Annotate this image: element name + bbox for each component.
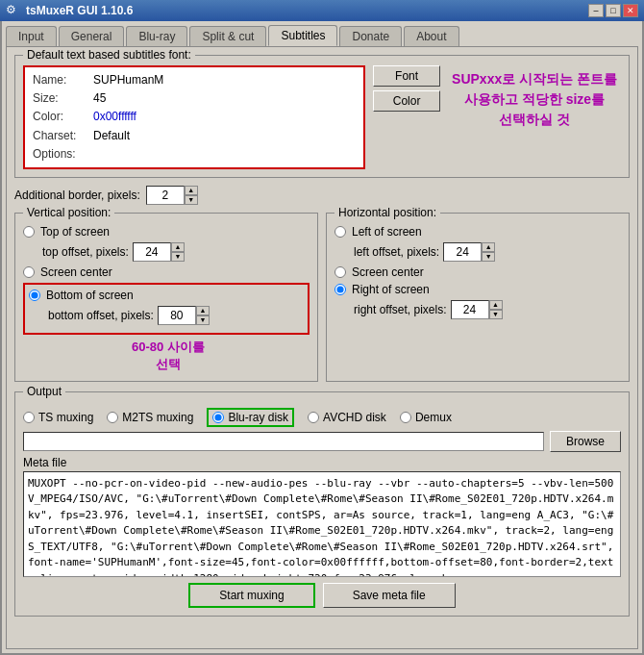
font-section: Name: SUPHumanM Size: 45 Color: 0x00ffff… [23,65,621,169]
right-offset-down[interactable]: ▼ [489,310,503,319]
bottom-offset-down[interactable]: ▼ [196,315,210,325]
m2ts-muxing-label: M2TS muxing [122,411,193,424]
tab-bluray[interactable]: Blu-ray [126,26,187,46]
annotation-60-80: 60-80 사이를선택 [132,339,205,373]
bluray-disk-selected[interactable]: Blu-ray disk [207,408,294,427]
right-of-screen-label: Right of screen [352,283,430,296]
border-up-arrow[interactable]: ▲ [185,186,198,195]
left-offset-value[interactable]: 24 [443,242,482,262]
charset-value: Default [93,127,130,145]
top-of-screen-label: Top of screen [40,225,110,239]
main-window: Input General Blu-ray Split & cut Subtit… [0,21,644,655]
screen-center-v-label: Screen center [40,265,112,279]
font-buttons: Font Color [373,65,440,112]
tab-subtitles[interactable]: Subtitles [268,25,337,46]
avchd-disk-radio[interactable] [308,412,319,423]
color-label: Color: [33,108,86,126]
border-down-arrow[interactable]: ▼ [185,195,198,205]
output-radio-row: TS muxing M2TS muxing Blu-ray disk AVCHD… [23,408,621,427]
bottom-offset-spinner[interactable]: 80 ▲ ▼ [158,306,210,325]
output-section: Output TS muxing M2TS muxing Blu-ray dis… [14,391,630,617]
border-row: Additional border, pixels: 2 ▲ ▼ [14,184,630,207]
meta-label: Meta file [23,456,621,469]
font-group-title: Default text based subtitles font: [23,48,195,62]
size-label: Size: [33,89,86,108]
bottom-of-screen-label: Bottom of screen [46,289,134,302]
horizontal-position-title: Horizontal position: [334,206,440,219]
vertical-position-group: Vertical position: Top of screen top off… [14,213,318,382]
minimize-button[interactable]: – [588,4,604,17]
path-row: G:\#uTorrent\#Down Complete\#Rome\#Seaso… [23,431,621,452]
avchd-disk-label: AVCHD disk [323,411,386,424]
ts-muxing-label: TS muxing [38,411,93,424]
top-offset-up[interactable]: ▲ [171,242,185,252]
font-info-box: Name: SUPHumanM Size: 45 Color: 0x00ffff… [23,65,365,169]
right-offset-up[interactable]: ▲ [489,300,503,310]
bottom-buttons: Start muxing Save meta file [23,583,621,608]
border-spinner[interactable]: 2 ▲ ▼ [146,186,198,205]
screen-center-h-radio[interactable] [334,266,346,278]
left-offset-up[interactable]: ▲ [482,242,495,252]
bluray-disk-label: Blu-ray disk [228,411,288,424]
maximize-button[interactable]: □ [606,4,621,17]
font-group: Default text based subtitles font: Name:… [14,55,630,178]
demux-option[interactable]: Demux [400,411,452,424]
top-offset-value[interactable]: 24 [133,242,171,262]
close-button[interactable]: ✕ [623,4,638,17]
left-offset-down[interactable]: ▼ [482,252,495,262]
output-title: Output [23,385,65,398]
options-label: Options: [33,145,86,164]
right-offset-spinner[interactable]: 24 ▲ ▼ [451,300,503,319]
path-input[interactable]: G:\#uTorrent\#Down Complete\#Rome\#Seaso… [23,432,544,451]
name-label: Name: [33,71,86,89]
vertical-position-title: Vertical position: [23,206,114,219]
left-offset-spinner[interactable]: 24 ▲ ▼ [443,242,495,262]
positions-row: Vertical position: Top of screen top off… [14,213,630,382]
left-of-screen-radio[interactable] [334,226,346,238]
border-label: Additional border, pixels: [14,189,140,202]
demux-radio[interactable] [400,412,411,423]
top-offset-spinner[interactable]: 24 ▲ ▼ [133,242,185,262]
tab-donate[interactable]: Donate [339,26,402,46]
bottom-screen-highlight: Bottom of screen bottom offset, pixels: … [23,283,310,335]
ts-muxing-option[interactable]: TS muxing [23,411,93,424]
start-muxing-button[interactable]: Start muxing [188,583,314,608]
font-button[interactable]: Font [373,65,440,87]
title-bar: ⚙ tsMuxeR GUI 1.10.6 – □ ✕ [0,0,644,21]
app-title: tsMuxeR GUI 1.10.6 [26,4,133,17]
bluray-disk-radio[interactable] [212,412,224,423]
avchd-disk-option[interactable]: AVCHD disk [308,411,386,424]
tab-general[interactable]: General [59,26,125,46]
tab-bar: Input General Blu-ray Split & cut Subtit… [2,21,642,46]
m2ts-muxing-option[interactable]: M2TS muxing [107,411,193,424]
tab-input[interactable]: Input [6,26,57,46]
app-icon: ⚙ [6,3,21,18]
name-value: SUPHumanM [93,71,163,89]
top-offset-row: top offset, pixels: 24 ▲ ▼ [42,242,310,262]
left-offset-label: left offset, pixels: [354,245,439,259]
left-offset-row: left offset, pixels: 24 ▲ ▼ [354,242,621,262]
tab-splitcut[interactable]: Split & cut [189,26,266,46]
ts-muxing-radio[interactable] [23,412,35,423]
top-offset-down[interactable]: ▼ [171,252,185,262]
bottom-of-screen-radio[interactable] [29,290,40,301]
bottom-offset-value[interactable]: 80 [158,306,196,325]
size-value: 45 [93,89,106,108]
meta-text: MUXOPT --no-pcr-on-video-pid --new-audio… [23,471,621,577]
bottom-offset-up[interactable]: ▲ [196,306,210,315]
right-of-screen-radio[interactable] [334,284,346,295]
left-of-screen-label: Left of screen [352,225,422,239]
border-value[interactable]: 2 [146,186,185,205]
browse-button[interactable]: Browse [550,431,621,452]
m2ts-muxing-radio[interactable] [107,412,118,423]
right-offset-value[interactable]: 24 [451,300,489,319]
charset-label: Charset: [33,127,86,145]
color-button[interactable]: Color [373,90,440,112]
korean-hint: SUPxxx로 시작되는 폰트를사용하고 적당한 size를선택하실 것 [448,65,621,134]
window-controls: – □ ✕ [588,4,638,17]
tab-about[interactable]: About [404,26,458,46]
save-meta-button[interactable]: Save meta file [323,583,456,608]
screen-center-v-radio[interactable] [23,266,35,278]
top-of-screen-radio[interactable] [23,226,35,238]
content-area: Default text based subtitles font: Name:… [6,46,638,649]
